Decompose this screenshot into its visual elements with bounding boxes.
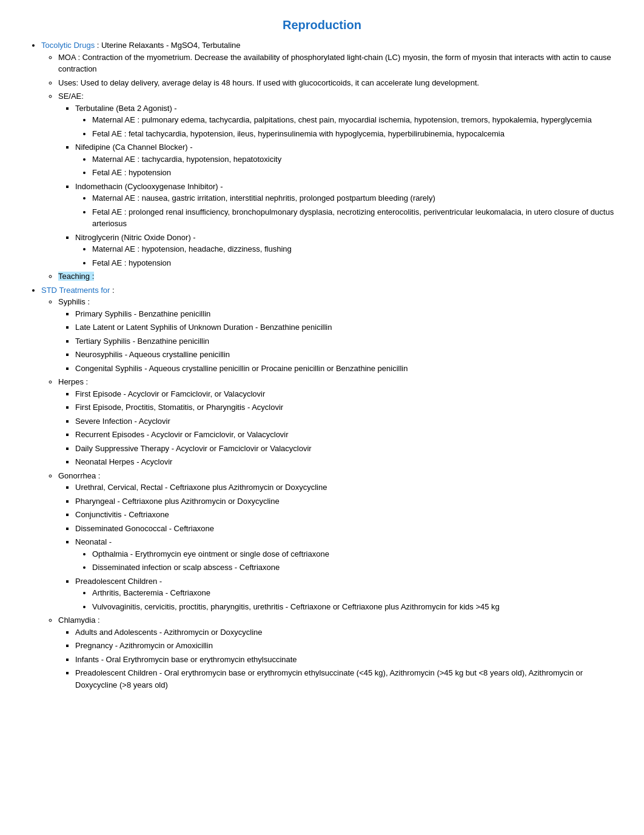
- section-suffix: :: [110, 286, 114, 295]
- list-item: Fetal AE : prolonged renal insufficiency…: [92, 206, 620, 230]
- list-item: SE/AE:Terbutaline (Beta 2 Agonist) -Mate…: [58, 90, 620, 269]
- list-item: Daily Suppressive Therapy - Acyclovir or…: [75, 443, 620, 455]
- list-item: Neonatal -Opthalmia - Erythromycin eye o…: [75, 536, 620, 574]
- list-item: Opthalmia - Erythromycin eye ointment or…: [92, 548, 620, 560]
- list-item: First Episode, Proctitis, Stomatitis, or…: [75, 401, 620, 414]
- list-item: Teaching :: [58, 270, 620, 283]
- list-item: Indomethacin (Cyclooxygenase Inhibitor) …: [75, 181, 620, 230]
- list-item: Preadolescent Children -Arthritis, Bacte…: [75, 575, 620, 613]
- list-item: Gonorrhea :Urethral, Cervical, Rectal - …: [58, 470, 620, 613]
- section-item: Tocolytic Drugs : Uterine Relaxants - Mg…: [41, 39, 620, 283]
- list-item: Syphilis :Primary Syphilis - Benzathine …: [58, 296, 620, 374]
- list-item: Maternal AE : pulmonary edema, tachycard…: [92, 114, 620, 126]
- page-title: Reproduction: [24, 18, 620, 32]
- list-item: Recurrent Episodes - Acyclovir or Famcic…: [75, 429, 620, 441]
- section-suffix: : Uterine Relaxants - MgSO4, Terbutaline: [95, 41, 240, 50]
- list-item: First Episode - Acyclovir or Famciclovir…: [75, 388, 620, 400]
- list-item: Disseminated infection or scalp abscess …: [92, 562, 620, 574]
- list-item: Terbutaline (Beta 2 Agonist) -Maternal A…: [75, 102, 620, 140]
- list-item: Vulvovaginitis, cervicitis, proctitis, p…: [92, 601, 620, 613]
- list-item: Uses: Used to delay delivery, average de…: [58, 77, 620, 89]
- list-item: Primary Syphilis - Benzathine penicillin: [75, 308, 620, 320]
- list-item: Congenital Syphilis - Aqueous crystallin…: [75, 363, 620, 375]
- list-item: Maternal AE : hypotension, headache, diz…: [92, 243, 620, 255]
- list-item: Urethral, Cervical, Rectal - Ceftriaxone…: [75, 481, 620, 494]
- list-item: Nifedipine (Ca Channel Blocker) -Materna…: [75, 141, 620, 179]
- list-item: Pharyngeal - Ceftriaxone plus Azithromyc…: [75, 495, 620, 508]
- list-item: Nitroglycerin (Nitric Oxide Donor) -Mate…: [75, 232, 620, 269]
- list-item: Maternal AE : nausea, gastric irritation…: [92, 192, 620, 204]
- section-label[interactable]: Tocolytic Drugs: [41, 41, 95, 50]
- list-item: Neonatal Herpes - Acyclovir: [75, 456, 620, 468]
- list-item: Neurosyphilis - Aqueous crystalline peni…: [75, 349, 620, 361]
- list-item: Herpes :First Episode - Acyclovir or Fam…: [58, 376, 620, 468]
- list-item: Maternal AE : tachycardia, hypotension, …: [92, 153, 620, 166]
- list-item: Fetal AE : hypotension: [92, 167, 620, 179]
- list-item: Chlamydia :Adults and Adolescents - Azit…: [58, 614, 620, 691]
- list-item: Pregnancy - Azithromycin or Amoxicillin: [75, 640, 620, 652]
- list-item: Tertiary Syphilis - Benzathine penicilli…: [75, 335, 620, 347]
- list-item: Arthritis, Bacteremia - Ceftriaxone: [92, 587, 620, 599]
- section-item: STD Treatments for :Syphilis :Primary Sy…: [41, 284, 620, 691]
- list-item: MOA : Contraction of the myometrium. Dec…: [58, 52, 620, 75]
- list-item: Disseminated Gonococcal - Ceftriaxone: [75, 523, 620, 535]
- list-item: Infants - Oral Erythromycin base or eryt…: [75, 654, 620, 666]
- list-item: Preadolescent Children - Oral erythromyc…: [75, 667, 620, 691]
- list-item: Late Latent or Latent Syphilis of Unknow…: [75, 321, 620, 334]
- section-label[interactable]: STD Treatments for: [41, 286, 110, 295]
- list-item: Fetal AE : fetal tachycardia, hypotensio…: [92, 128, 620, 140]
- list-item: Fetal AE : hypotension: [92, 257, 620, 269]
- list-item: Adults and Adolescents - Azithromycin or…: [75, 626, 620, 639]
- list-item: Conjunctivitis - Ceftriaxone: [75, 509, 620, 521]
- list-item: Severe Infection - Acyclovir: [75, 415, 620, 428]
